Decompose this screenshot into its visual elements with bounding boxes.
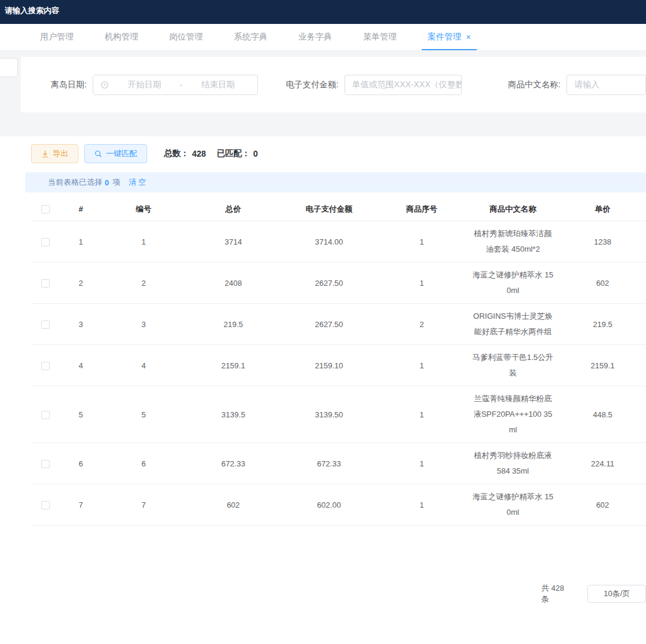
tab-菜单管理[interactable]: 菜单管理 xyxy=(356,24,404,50)
cell-epayment-amount: 2627.50 xyxy=(281,320,377,329)
cell-code: 6 xyxy=(102,459,185,468)
row-checkbox[interactable] xyxy=(41,279,50,288)
tab-案件管理[interactable]: 案件管理× xyxy=(420,24,478,50)
cell-index: 1 xyxy=(60,237,102,246)
table-row: 3 3 219.5 2627.50 2 ORIGINS韦博士灵芝焕能好底子精华水… xyxy=(31,304,646,345)
cell-item-number: 1 xyxy=(377,410,467,419)
row-checkbox[interactable] xyxy=(41,411,50,419)
cell-product-name: 海蓝之谜修护精萃水 150ml xyxy=(467,263,559,303)
cell-epayment-amount: 602.00 xyxy=(281,500,377,509)
cell-total-price: 3139.5 xyxy=(185,410,281,419)
select-all-checkbox[interactable] xyxy=(41,205,50,213)
cell-code: 7 xyxy=(102,500,185,509)
table-row: 1 1 3714 3714.00 1 植村秀新琥珀臻萃洁颜油套装 450ml*2… xyxy=(31,221,646,263)
one-click-match-button[interactable]: 一键匹配 xyxy=(84,144,147,163)
global-search-input[interactable]: 请输入搜索内容 xyxy=(5,5,59,16)
cell-product-name: 卡诗菁纯亮泽经典香氛 xyxy=(467,533,559,540)
column-header: # xyxy=(60,205,102,213)
cell-epayment-amount: 2159.10 xyxy=(281,361,377,370)
cell-unit-price: 602 xyxy=(559,279,646,288)
tab-业务字典[interactable]: 业务字典 xyxy=(291,24,339,50)
date-range-input[interactable]: 开始日期 - 结束日期 xyxy=(93,75,258,95)
cell-unit-price: 219.5 xyxy=(559,320,646,329)
column-header: 电子支付金额 xyxy=(281,204,377,215)
filter-row: 离岛日期: 开始日期 - 结束日期 电子支付金额: 单值或范围XXX-XXX（仅… xyxy=(21,75,646,95)
export-button[interactable]: 导出 xyxy=(31,144,78,163)
tab-label: 系统字典 xyxy=(234,32,267,42)
cell-epayment-amount: 3139.50 xyxy=(281,410,377,419)
selection-suffix: 项 xyxy=(112,177,120,188)
pagination-total: 共 428 条 xyxy=(541,583,568,605)
download-icon xyxy=(41,150,49,158)
table-card: 导出 一键匹配 总数： 428 已匹配： 0 当前表格已选择 0 项 清空 #编… xyxy=(0,136,646,644)
match-button-label: 一键匹配 xyxy=(106,148,137,159)
clear-selection-link[interactable]: 清空 xyxy=(129,177,148,188)
cell-unit-price: 448.5 xyxy=(559,410,646,419)
tab-机构管理[interactable]: 机构管理 xyxy=(97,24,145,50)
page-size-select[interactable]: 10条/页 xyxy=(587,585,646,603)
data-table: #编号总价电子支付金额商品序号商品中文名称单价 1 1 3714 3714.00… xyxy=(31,197,646,540)
cell-unit-price: 1238 xyxy=(559,237,646,246)
column-header: 商品中文名称 xyxy=(467,204,559,215)
table-row: 7 7 602 602.00 1 海蓝之谜修护精萃水 150ml 602 xyxy=(31,484,646,526)
tab-用户管理[interactable]: 用户管理 xyxy=(33,24,81,50)
row-checkbox[interactable] xyxy=(41,362,50,370)
selection-count: 0 xyxy=(105,178,109,187)
cell-product-name: ORIGINS韦博士灵芝焕能好底子精华水两件组 xyxy=(467,304,559,344)
row-checkbox[interactable] xyxy=(41,460,50,468)
cell-unit-price: 224.11 xyxy=(559,459,646,468)
product-name-filter-label: 商品中文名称: xyxy=(508,80,560,90)
tab-label: 菜单管理 xyxy=(363,32,397,42)
cell-code: 4 xyxy=(102,361,185,370)
export-button-label: 导出 xyxy=(53,148,68,159)
cell-unit-price: 2159.1 xyxy=(559,361,646,370)
selection-bar: 当前表格已选择 0 项 清空 xyxy=(25,172,646,193)
cell-total-price: 219.5 xyxy=(185,320,281,329)
start-date-placeholder[interactable]: 开始日期 xyxy=(112,80,176,90)
toolbar: 导出 一键匹配 总数： 428 已匹配： 0 xyxy=(31,144,646,163)
tab-系统字典[interactable]: 系统字典 xyxy=(227,24,275,50)
tab-label: 岗位管理 xyxy=(169,32,203,42)
table-row: 5 5 3139.5 3139.50 1 兰蔻菁纯臻颜精华粉底液SPF20PA+… xyxy=(31,386,646,443)
table-header-row: #编号总价电子支付金额商品序号商品中文名称单价 xyxy=(31,197,646,221)
cell-epayment-amount: 3714.00 xyxy=(281,237,377,246)
tab-bar: 用户管理机构管理岗位管理系统字典业务字典菜单管理案件管理× xyxy=(0,24,646,51)
cell-code: 3 xyxy=(102,320,185,329)
cell-product-name: 马爹利蓝带干邑1.5公升装 xyxy=(467,345,559,386)
table-row: 6 6 672.33 672.33 1 植村秀羽纱持妆粉底液 584 35ml … xyxy=(31,443,646,484)
clock-icon xyxy=(100,81,109,89)
cell-item-number: 1 xyxy=(377,459,467,468)
table-body: 1 1 3714 3714.00 1 植村秀新琥珀臻萃洁颜油套装 450ml*2… xyxy=(31,221,646,540)
cell-total-price: 2159.1 xyxy=(185,361,281,370)
cell-item-number: 1 xyxy=(377,361,467,370)
tab-岗位管理[interactable]: 岗位管理 xyxy=(162,24,210,50)
cell-total-price: 2408 xyxy=(185,279,281,288)
cell-item-number: 2 xyxy=(377,320,467,329)
matched-value: 0 xyxy=(253,149,258,158)
row-checkbox[interactable] xyxy=(41,238,50,246)
cell-product-name: 海蓝之谜修护精萃水 150ml xyxy=(467,484,559,525)
collapsed-panel[interactable] xyxy=(0,58,18,77)
end-date-placeholder[interactable]: 结束日期 xyxy=(186,80,250,90)
cell-index: 3 xyxy=(60,320,102,329)
topbar: 请输入搜索内容 xyxy=(0,0,646,24)
cell-index: 2 xyxy=(60,279,102,288)
cell-product-name: 植村秀新琥珀臻萃洁颜油套装 450ml*2 xyxy=(467,221,559,262)
cell-item-number: 1 xyxy=(377,279,467,288)
cell-item-number: 1 xyxy=(377,237,467,246)
total-label: 总数： xyxy=(164,148,189,159)
tab-close-icon[interactable]: × xyxy=(466,32,471,42)
payment-amount-input[interactable]: 单值或范围XXX-XXX（仅整数 xyxy=(345,75,462,95)
cell-product-name: 植村秀羽纱持妆粉底液 584 35ml xyxy=(467,443,559,484)
cell-epayment-amount: 672.33 xyxy=(281,459,377,468)
payment-filter-label: 电子支付金额: xyxy=(286,80,339,90)
row-checkbox[interactable] xyxy=(41,501,50,509)
product-name-input[interactable]: 请输入 xyxy=(566,75,646,95)
cell-index: 4 xyxy=(60,361,102,370)
cell-index: 5 xyxy=(60,410,102,419)
cell-index: 7 xyxy=(60,500,102,509)
tab-label: 业务字典 xyxy=(298,32,332,42)
row-checkbox[interactable] xyxy=(41,321,50,329)
table-row: 2 2 2408 2627.50 1 海蓝之谜修护精萃水 150ml 602 xyxy=(31,263,646,304)
cell-code: 1 xyxy=(102,237,185,246)
